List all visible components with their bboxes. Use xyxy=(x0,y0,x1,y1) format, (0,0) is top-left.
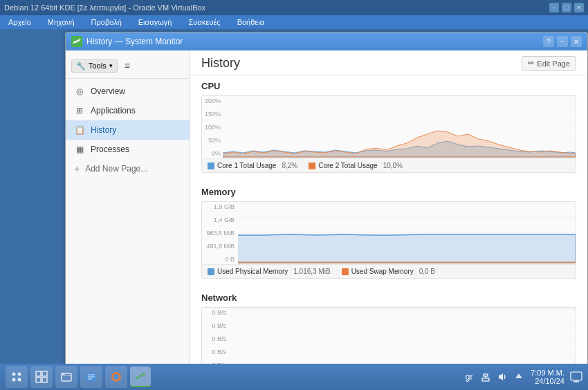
taskbar-firefox-button[interactable] xyxy=(105,366,127,388)
os-restore-button[interactable]: □ xyxy=(562,3,571,12)
hamburger-button[interactable]: ≡ xyxy=(122,59,133,73)
cpu-grid-label-0: 0% xyxy=(202,150,223,157)
arrow-up-icon xyxy=(513,371,524,382)
network-tray-icon[interactable] xyxy=(479,371,492,383)
cpu-core2-color xyxy=(309,162,315,169)
sidebar: 🔧 Tools ▾ ≡ ◎ Overview ⊞ Applications 📋 … xyxy=(66,50,190,370)
taskbar-pager-button[interactable] xyxy=(30,366,53,388)
menu-view[interactable]: Προβολή xyxy=(89,18,125,26)
cpu-grid-label-200: 200% xyxy=(202,98,223,104)
screen-tray-icon[interactable] xyxy=(570,371,582,383)
taskbar-sysmonitor-app[interactable] xyxy=(130,366,151,387)
main-panel: History ✏ Edit Page CPU 200% 150% 100% xyxy=(190,50,587,370)
sidebar-item-overview[interactable]: ◎ Overview xyxy=(66,82,190,101)
svg-point-18 xyxy=(18,373,21,376)
add-page-label: Add New Page... xyxy=(85,164,147,174)
add-new-page-item[interactable]: + Add New Page... xyxy=(66,159,190,178)
window-close-button[interactable]: ✕ xyxy=(571,36,582,47)
system-tray: gr xyxy=(463,371,525,383)
sidebar-item-history[interactable]: 📋 History xyxy=(66,120,190,140)
bottom-taskbar: gr 7:09 M.M. xyxy=(0,364,588,390)
volume-tray-icon[interactable] xyxy=(496,371,508,383)
network-chart-svg xyxy=(230,308,576,370)
volume-icon xyxy=(497,371,508,382)
network-section: Network 0 B/s 0 B/s 0 B/s 0 B/s 0 B/s xyxy=(190,287,587,370)
clock-date: 24/10/24 xyxy=(531,377,564,385)
cpu-core2-value: 10,0% xyxy=(383,162,403,169)
mem-grid-label-0: 0 B xyxy=(202,256,237,263)
sidebar-overview-label: Overview xyxy=(91,86,125,96)
taskbar-left xyxy=(6,366,151,388)
memory-legend: Used Physical Memory 1.016,3 MiB Used Sw… xyxy=(202,264,576,278)
window-minimize-button[interactable]: − xyxy=(557,36,568,47)
os-close-button[interactable]: ✕ xyxy=(574,3,584,12)
os-window-controls[interactable]: − □ ✕ xyxy=(549,3,584,12)
memory-legend-physical: Used Physical Memory 1.016,3 MiB xyxy=(208,268,331,275)
edit-page-label: Edit Page xyxy=(537,59,570,68)
window-controls[interactable]: ? − ✕ xyxy=(543,36,582,47)
edit-page-button[interactable]: ✏ Edit Page xyxy=(522,56,576,71)
window-titlebar: History — System Monitor ? − ✕ xyxy=(66,32,587,50)
memory-swap-color xyxy=(342,268,349,275)
cpu-core1-label: Core 1 Total Usage xyxy=(217,162,276,169)
processes-icon: ▦ xyxy=(74,144,85,155)
window-help-button[interactable]: ? xyxy=(543,36,554,47)
os-titlebar: Debian 12 64bit KDE [Σε λειτουργία] - Or… xyxy=(0,0,588,15)
net-grid-label-0-4: 0 B/s xyxy=(202,349,228,355)
menu-input[interactable]: Εισαγωγή xyxy=(136,18,175,26)
mem-grid-label-491: 491,8 MiB xyxy=(202,243,237,250)
arrow-tray-icon[interactable] xyxy=(513,371,525,383)
svg-rect-29 xyxy=(482,378,489,381)
taskbar-start-button[interactable] xyxy=(6,366,28,388)
cpu-legend: Core 1 Total Usage 8,2% Core 2 Total Usa… xyxy=(202,158,576,172)
edit-icon: ✏ xyxy=(528,59,534,68)
os-title-left: Debian 12 64bit KDE [Σε λειτουργία] - Or… xyxy=(4,3,205,12)
language-indicator[interactable]: gr xyxy=(463,371,475,383)
memory-swap-label: Used Swap Memory xyxy=(351,268,414,275)
sidebar-item-applications[interactable]: ⊞ Applications xyxy=(66,101,190,120)
svg-rect-21 xyxy=(36,371,41,376)
taskbar-files-button[interactable] xyxy=(55,366,77,388)
net-grid-label-0-3: 0 B/s xyxy=(202,335,228,342)
cpu-section-title: CPU xyxy=(201,81,576,91)
network-chart: 0 B/s 0 B/s 0 B/s 0 B/s 0 B/s xyxy=(202,308,576,370)
svg-rect-24 xyxy=(42,378,47,382)
taskbar-dolphin-button[interactable] xyxy=(80,366,102,388)
sysmonitor-taskbar-icon xyxy=(136,371,145,381)
cpu-section: CPU 200% 150% 100% 50% 0% xyxy=(190,75,587,181)
clock-time: 7:09 M.M. xyxy=(531,369,564,377)
svg-point-20 xyxy=(18,378,21,382)
menu-help[interactable]: Βοήθεια xyxy=(235,18,267,26)
menu-file[interactable]: Αρχείο xyxy=(6,18,34,26)
add-page-plus-icon: + xyxy=(74,163,80,174)
screen-icon xyxy=(570,371,582,383)
menu-devices[interactable]: Συσκευές xyxy=(185,18,223,26)
menu-bar: Αρχείο Μηχανή Προβολή Εισαγωγή Συσκευές … xyxy=(0,15,588,29)
os-minimize-button[interactable]: − xyxy=(549,3,559,12)
svg-point-28 xyxy=(113,374,119,380)
svg-point-19 xyxy=(12,378,16,382)
page-header: History ✏ Edit Page xyxy=(190,50,587,75)
memory-chart-svg xyxy=(238,202,576,264)
memory-section-title: Memory xyxy=(201,187,576,197)
sidebar-item-processes[interactable]: ▦ Processes xyxy=(66,140,190,159)
memory-physical-label: Used Physical Memory xyxy=(217,268,288,275)
tools-button[interactable]: 🔧 Tools ▾ xyxy=(71,59,118,73)
window-title-left: History — System Monitor xyxy=(71,36,183,47)
svg-marker-32 xyxy=(515,373,522,378)
start-icon xyxy=(10,371,23,383)
window-content: 🔧 Tools ▾ ≡ ◎ Overview ⊞ Applications 📋 … xyxy=(66,50,587,370)
tools-chevron-icon: ▾ xyxy=(109,62,113,69)
cpu-grid-label-150: 150% xyxy=(202,111,223,118)
cpu-legend-core2: Core 2 Total Usage 10,0% xyxy=(309,162,403,169)
os-title-text: Debian 12 64bit KDE [Σε λειτουργία] - Or… xyxy=(4,3,205,12)
clock-display[interactable]: 7:09 M.M. 24/10/24 xyxy=(531,369,564,385)
cpu-grid-label-100: 100% xyxy=(202,124,223,131)
sidebar-history-label: History xyxy=(91,125,116,135)
cpu-chart: 200% 150% 100% 50% 0% xyxy=(202,96,576,158)
pager-icon xyxy=(35,371,48,383)
overview-icon: ◎ xyxy=(74,86,85,97)
sidebar-toolbar: 🔧 Tools ▾ ≡ xyxy=(66,56,190,79)
menu-machine[interactable]: Μηχανή xyxy=(45,18,77,26)
cpu-core1-value: 8,2% xyxy=(282,162,297,169)
